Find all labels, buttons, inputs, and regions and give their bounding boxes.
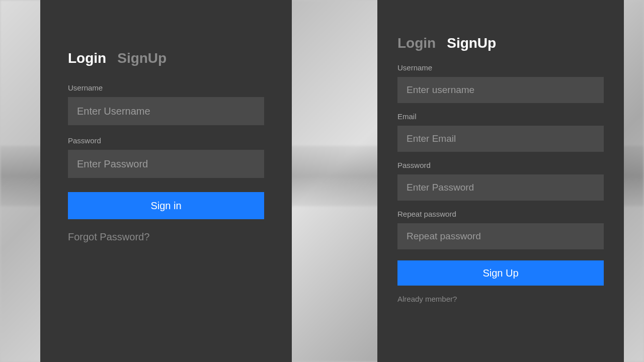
sign-in-button[interactable]: Sign in [68,192,264,219]
login-password-group: Password [68,136,264,178]
login-password-input[interactable] [68,150,264,178]
login-username-label: Username [68,83,264,92]
sign-up-button[interactable]: Sign Up [397,260,604,286]
signup-repeat-password-input[interactable] [397,223,604,249]
signup-panel: Login SignUp Username Email Password Rep… [377,0,624,362]
signup-email-label: Email [397,112,604,121]
signup-repeat-password-group: Repeat password [397,210,604,249]
login-password-label: Password [68,136,264,145]
stage: Login SignUp Username Password Sign in F… [0,0,644,362]
login-username-input[interactable] [68,97,264,125]
tab-signup[interactable]: SignUp [447,35,496,51]
signup-password-group: Password [397,161,604,201]
signup-password-label: Password [397,161,604,169]
signup-username-label: Username [397,63,604,72]
signup-username-group: Username [397,63,604,103]
signup-tabs: Login SignUp [397,35,604,51]
already-member-link[interactable]: Already member? [397,295,604,303]
tab-login[interactable]: Login [68,50,106,66]
login-tabs: Login SignUp [68,50,264,66]
signup-username-input[interactable] [397,77,604,103]
signup-email-input[interactable] [397,126,604,152]
signup-repeat-password-label: Repeat password [397,210,604,218]
forgot-password-link[interactable]: Forgot Password? [68,231,264,243]
tab-login[interactable]: Login [397,35,436,51]
tab-signup[interactable]: SignUp [117,50,167,66]
signup-email-group: Email [397,112,604,152]
signup-password-input[interactable] [397,174,604,201]
login-panel: Login SignUp Username Password Sign in F… [40,0,292,362]
login-username-group: Username [68,83,264,125]
